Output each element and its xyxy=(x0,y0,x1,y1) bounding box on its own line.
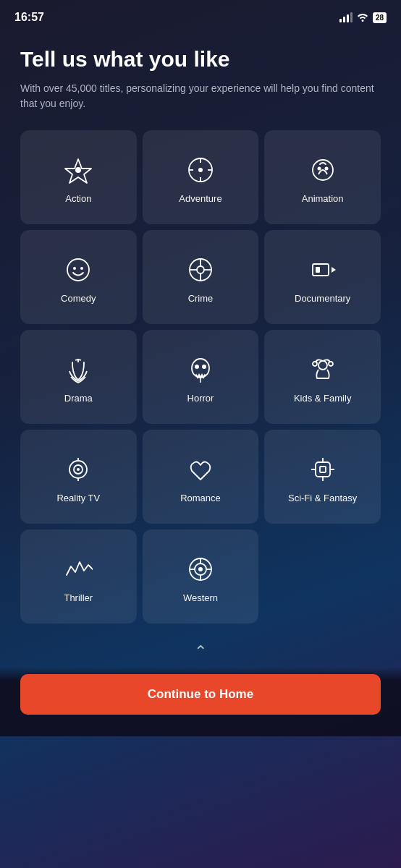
genre-card-horror[interactable]: Horror xyxy=(143,330,259,424)
svg-point-41 xyxy=(198,567,203,571)
svg-rect-19 xyxy=(313,264,329,276)
genre-label-kids-family: Kids & Family xyxy=(294,393,351,404)
status-bar: 16:57 28 xyxy=(0,0,401,32)
status-time: 16:57 xyxy=(14,11,44,24)
genre-card-romance[interactable]: Romance xyxy=(143,430,259,524)
svg-point-2 xyxy=(198,168,203,172)
horror-icon xyxy=(185,354,216,386)
genre-label-adventure: Adventure xyxy=(179,193,221,204)
genre-label-drama: Drama xyxy=(64,393,93,404)
svg-point-0 xyxy=(75,167,81,173)
genre-label-crime: Crime xyxy=(188,293,214,304)
svg-point-22 xyxy=(192,359,209,378)
genre-card-drama[interactable]: Drama xyxy=(20,330,137,424)
genre-label-reality-tv: Reality TV xyxy=(56,493,100,503)
action-icon xyxy=(62,154,94,186)
documentary-icon xyxy=(307,254,339,286)
svg-point-26 xyxy=(313,362,317,366)
svg-point-9 xyxy=(324,166,328,170)
bottom-area: Continue to Home xyxy=(0,667,401,736)
svg-point-23 xyxy=(195,365,199,369)
signal-icon xyxy=(339,12,353,22)
continue-home-button[interactable]: Continue to Home xyxy=(20,674,381,715)
chevron-up-icon: ⌃ xyxy=(194,642,207,661)
comedy-icon xyxy=(62,254,94,286)
genre-label-western: Western xyxy=(183,592,218,603)
genre-label-scifi-fantasy: Sci-Fi & Fantasy xyxy=(288,493,357,503)
reality-tv-icon xyxy=(62,454,94,485)
genre-card-action[interactable]: Action xyxy=(20,130,137,224)
svg-point-10 xyxy=(67,259,89,281)
svg-point-27 xyxy=(329,362,333,366)
svg-point-24 xyxy=(202,365,206,369)
scifi-fantasy-icon xyxy=(307,454,339,485)
genre-card-western[interactable]: Western xyxy=(143,529,259,624)
animation-icon xyxy=(307,154,339,186)
thriller-icon xyxy=(62,553,94,585)
genre-card-reality-tv[interactable]: Reality TV xyxy=(20,430,137,524)
kids-family-icon xyxy=(307,354,339,386)
chevron-section: ⌃ xyxy=(0,635,401,667)
svg-rect-33 xyxy=(316,462,330,477)
genre-card-comedy[interactable]: Comedy xyxy=(20,230,137,324)
svg-point-25 xyxy=(318,361,327,370)
svg-point-30 xyxy=(77,468,80,471)
genre-card-thriller[interactable]: Thriller xyxy=(20,529,137,624)
genre-label-comedy: Comedy xyxy=(61,293,96,304)
romance-icon xyxy=(185,454,216,485)
genre-grid: ActionAdventureAnimationComedyCrimeDocum… xyxy=(0,119,401,635)
status-icons: 28 xyxy=(339,12,387,24)
genre-card-crime[interactable]: Crime xyxy=(143,230,259,324)
genre-card-kids-family[interactable]: Kids & Family xyxy=(264,330,381,424)
page-title: Tell us what you like xyxy=(20,46,381,72)
adventure-icon xyxy=(185,154,216,186)
genre-card-adventure[interactable]: Adventure xyxy=(143,130,259,224)
genre-label-thriller: Thriller xyxy=(64,592,93,603)
battery-icon: 28 xyxy=(373,12,387,23)
svg-rect-21 xyxy=(316,267,320,273)
header: Tell us what you like With over 45,000 t… xyxy=(0,32,401,119)
svg-point-14 xyxy=(197,266,204,273)
svg-rect-34 xyxy=(320,467,326,472)
genre-label-documentary: Documentary xyxy=(295,293,350,304)
svg-point-12 xyxy=(80,267,83,270)
drama-icon xyxy=(62,354,94,386)
genre-card-scifi-fantasy[interactable]: Sci-Fi & Fantasy xyxy=(264,430,381,524)
crime-icon xyxy=(185,254,216,286)
genre-label-animation: Animation xyxy=(302,193,344,204)
svg-marker-20 xyxy=(332,267,336,273)
svg-point-8 xyxy=(317,166,321,170)
svg-point-11 xyxy=(73,267,76,270)
genre-label-horror: Horror xyxy=(187,393,214,404)
genre-label-action: Action xyxy=(65,193,91,204)
wifi-icon xyxy=(357,12,368,24)
genre-card-documentary[interactable]: Documentary xyxy=(264,230,381,324)
page-description: With over 45,000 titles, personalizing y… xyxy=(20,81,381,111)
genre-card-animation[interactable]: Animation xyxy=(264,130,381,224)
genre-label-romance: Romance xyxy=(180,493,221,503)
western-icon xyxy=(185,553,216,585)
